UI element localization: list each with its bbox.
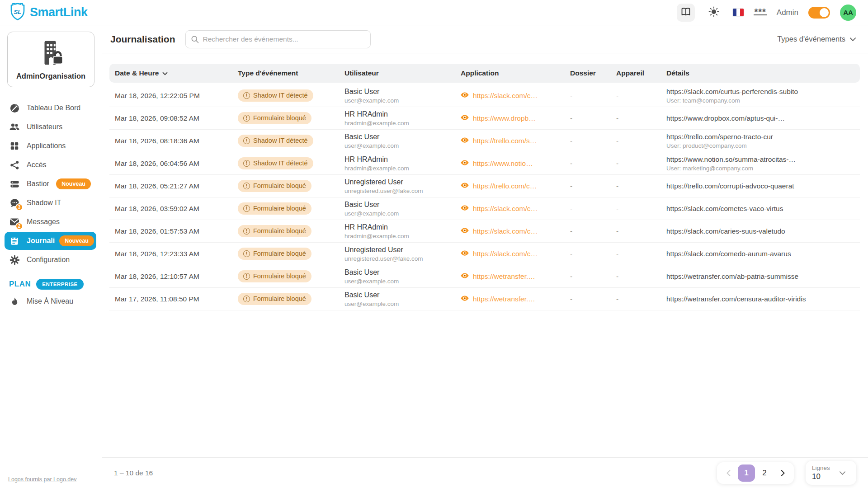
application-link[interactable]: https://slack.com/c… <box>473 250 538 258</box>
table-row: Mar 18, 2026, 06:04:56 AM ! Shadow IT dé… <box>109 152 860 175</box>
cell-details: https://trello.com/corrupti-advoco-quaer… <box>661 182 860 190</box>
event-type-badge: ! Formulaire bloqué <box>238 180 311 192</box>
main-header: Journalisation Types d'événements <box>102 25 868 53</box>
shield-logo-icon: SL <box>8 2 27 23</box>
cell-event-type: ! Formulaire bloqué <box>232 202 339 215</box>
cell-event-type: ! Shadow IT détecté <box>232 89 339 102</box>
cell-appareil: - <box>611 137 661 145</box>
sidebar-item-tableau-de-bord[interactable]: Tableau De Bord <box>5 99 97 117</box>
table-footer: 1 – 10 de 16 1 2 Lignes 10 <box>102 457 868 488</box>
cell-event-type: ! Formulaire bloqué <box>232 225 339 237</box>
sidebar-item-label: Journalisation <box>27 237 55 245</box>
column-header-type: Type d'événement <box>232 69 339 77</box>
rows-value: 10 <box>812 472 830 481</box>
users-icon <box>9 122 20 132</box>
cell-application: https://trello.com/c… <box>455 182 565 190</box>
organisation-card[interactable]: AdminOrganisation <box>7 32 94 87</box>
sidebar-item-configuration[interactable]: Configuration <box>5 251 97 269</box>
cell-application: https://trello.com/s… <box>455 137 565 145</box>
dashboard-icon <box>9 103 20 113</box>
envelope-icon: 2 <box>9 216 20 227</box>
sidebar-item-acces[interactable]: Accès <box>5 156 97 174</box>
cell-details: https://trello.com/sperno-tracto-cur Use… <box>661 133 860 149</box>
journal-icon <box>9 235 20 246</box>
prev-page-button[interactable] <box>720 465 737 482</box>
alert-icon: ! <box>243 205 250 212</box>
page-button-2[interactable]: 2 <box>756 465 773 482</box>
cell-user: Unregistered User unregistered.user@fake… <box>339 178 455 194</box>
cell-datetime: Mar 18, 2026, 06:04:56 AM <box>109 160 232 168</box>
sidebar: AdminOrganisation Tableau De Bord <box>0 25 102 488</box>
password-dots-icon[interactable]: *** <box>754 9 766 15</box>
rows-label: Lignes <box>812 465 830 471</box>
logos-credit-link[interactable]: Logos fournis par Logo.dev <box>5 476 97 483</box>
cell-dossier: - <box>565 295 611 303</box>
cell-dossier: - <box>565 250 611 258</box>
cell-details: https://www.dropbox.com/aptus-qui-… <box>661 114 860 122</box>
sidebar-item-applications[interactable]: Applications <box>5 137 97 155</box>
cell-details: https://www.notion.so/summa-atrocitas-… … <box>661 155 860 172</box>
next-page-button[interactable] <box>774 465 791 482</box>
avatar[interactable]: AA <box>840 5 856 21</box>
cell-user: HR HRAdmin hradmin@example.com <box>339 155 455 172</box>
table-row: Mar 18, 2026, 12:23:33 AM ! Formulaire b… <box>109 243 860 265</box>
cell-event-type: ! Formulaire bloqué <box>232 180 339 192</box>
pagination-range-label: 1 – 10 de 16 <box>114 469 153 477</box>
toggle-knob <box>820 8 829 17</box>
flag-white-stripe <box>736 9 740 16</box>
sidebar-item-label: Bastion <box>27 180 49 188</box>
admin-mode-toggle[interactable] <box>808 7 830 19</box>
rows-per-page-select[interactable]: Lignes 10 <box>806 461 856 485</box>
application-link[interactable]: https://wetransfer.… <box>473 295 535 303</box>
sun-icon <box>708 6 719 19</box>
application-link[interactable]: https://slack.com/c… <box>473 92 538 100</box>
messages-count-badge: 2 <box>15 222 23 230</box>
flame-icon <box>9 296 20 307</box>
cell-user: Basic User user@example.com <box>339 133 455 149</box>
table-row: Mar 18, 2026, 12:22:05 PM ! Shadow IT dé… <box>109 84 860 107</box>
sidebar-item-journalisation[interactable]: Journalisation Nouveau <box>5 232 96 250</box>
application-link[interactable]: https://slack.com/c… <box>473 205 538 213</box>
page-button-1[interactable]: 1 <box>738 465 755 482</box>
application-link[interactable]: https://www.dropb… <box>473 114 536 122</box>
cell-datetime: Mar 18, 2026, 09:08:52 AM <box>109 114 232 122</box>
brand-logo[interactable]: SL SmartLink <box>8 2 88 23</box>
search-input[interactable] <box>185 30 371 48</box>
nouveau-badge: Nouveau <box>56 178 91 189</box>
sidebar-item-mise-a-niveau[interactable]: Mise À Niveau <box>5 292 97 310</box>
cell-dossier: - <box>565 160 611 168</box>
sidebar-item-messages[interactable]: 2 Messages <box>5 213 97 231</box>
column-header-date[interactable]: Date & Heure <box>109 69 232 77</box>
event-type-badge: ! Formulaire bloqué <box>238 202 311 215</box>
sidebar-item-shadow-it[interactable]: 3 Shadow IT <box>5 194 97 212</box>
application-link[interactable]: https://www.notio… <box>473 160 533 168</box>
table-header-row: Date & Heure Type d'événement Utilisateu… <box>109 64 860 83</box>
sidebar-item-bastion[interactable]: Bastion Nouveau <box>5 175 97 193</box>
cell-dossier: - <box>565 227 611 235</box>
organisation-name: AdminOrganisation <box>16 72 85 80</box>
table-row: Mar 18, 2026, 01:57:53 AM ! Formulaire b… <box>109 220 860 243</box>
docs-button[interactable] <box>677 4 695 22</box>
cell-details: https://wetransfer.com/censura-auditor-v… <box>661 295 860 303</box>
cell-datetime: Mar 18, 2026, 12:23:33 AM <box>109 250 232 258</box>
cell-dossier: - <box>565 182 611 190</box>
cell-user: HR HRAdmin hradmin@example.com <box>339 110 455 127</box>
language-flag-fr[interactable] <box>733 9 744 16</box>
plan-enterprise-badge[interactable]: ENTERPRISE <box>36 279 84 290</box>
sidebar-item-label: Configuration <box>27 256 70 264</box>
sidebar-item-label: Messages <box>27 218 60 226</box>
cell-event-type: ! Formulaire bloqué <box>232 270 339 282</box>
application-link[interactable]: https://slack.com/c… <box>473 227 538 235</box>
table-row: Mar 18, 2026, 12:10:57 AM ! Formulaire b… <box>109 265 860 288</box>
alert-icon: ! <box>243 296 250 302</box>
application-link[interactable]: https://wetransfer.… <box>473 272 535 281</box>
theme-toggle-button[interactable] <box>705 4 723 22</box>
application-link[interactable]: https://trello.com/c… <box>473 182 537 190</box>
eye-icon <box>461 227 469 235</box>
alert-icon: ! <box>243 92 250 99</box>
event-types-filter[interactable]: Types d'événements <box>777 35 856 43</box>
cell-datetime: Mar 18, 2026, 05:21:27 AM <box>109 182 232 190</box>
application-link[interactable]: https://trello.com/s… <box>473 137 537 145</box>
eye-icon <box>461 295 469 303</box>
sidebar-item-utilisateurs[interactable]: Utilisateurs <box>5 118 97 136</box>
